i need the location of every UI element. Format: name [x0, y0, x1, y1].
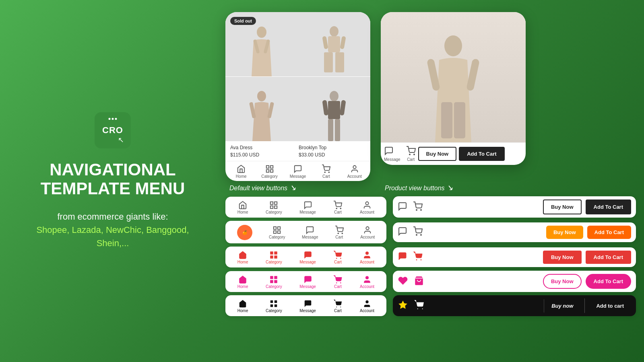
nav-category-black[interactable]: Category: [266, 299, 282, 313]
svg-point-37: [341, 208, 341, 209]
svg-point-39: [416, 210, 417, 210]
svg-point-73: [365, 300, 368, 303]
svg-point-54: [336, 258, 337, 259]
svg-rect-59: [270, 276, 273, 278]
nav-home-pink[interactable]: Home: [237, 275, 248, 289]
nav-account-black[interactable]: Account: [360, 299, 374, 313]
svg-point-63: [336, 282, 337, 283]
svg-rect-27: [466, 58, 480, 91]
svg-rect-51: [275, 252, 277, 254]
svg-point-22: [325, 172, 326, 173]
buy-now-pink[interactable]: Buy Now: [543, 274, 582, 289]
nav-logo-hara[interactable]: 🍊: [237, 225, 252, 240]
nav-row-red: Home Category Message Cart: [225, 247, 636, 267]
add-to-cart-black[interactable]: Add to cart: [589, 299, 631, 313]
action-message-default[interactable]: [398, 202, 407, 213]
buy-now-orange[interactable]: Buy Now: [546, 226, 583, 239]
right-panel: Sold out: [225, 0, 644, 362]
nav-message-orange[interactable]: Message: [302, 226, 318, 239]
nav-category-orange[interactable]: Category: [269, 226, 285, 239]
nav-home-black[interactable]: Home: [237, 299, 248, 313]
svg-point-65: [365, 276, 368, 279]
add-to-cart-default[interactable]: Add To Cart: [586, 200, 631, 214]
buy-now-button-phone[interactable]: Buy Now: [418, 147, 457, 161]
nav-cart-red[interactable]: Cart: [333, 251, 342, 264]
nav-cart-orange[interactable]: Cart: [335, 226, 344, 239]
nav-item-cart[interactable]: Cart: [316, 165, 336, 179]
add-to-cart-pink[interactable]: Add To Cart: [586, 274, 631, 289]
nav-cart-default[interactable]: Cart: [333, 201, 342, 214]
action-cart-orange[interactable]: [413, 226, 423, 238]
nav-label-message: Message: [290, 174, 306, 179]
nav-card-pink: Home Category Message Cart: [225, 271, 386, 292]
action-icons-black: [398, 300, 424, 312]
product-price-brooklyn: $33.00 USD: [299, 152, 365, 158]
nav-cart-pink[interactable]: Cart: [333, 275, 342, 289]
nav-category-pink[interactable]: Category: [266, 275, 282, 289]
svg-rect-15: [339, 100, 346, 115]
svg-point-12: [330, 91, 339, 101]
add-to-cart-red[interactable]: Add To Cart: [586, 251, 631, 264]
nav-item-account[interactable]: Account: [345, 165, 364, 179]
nav-category-default[interactable]: Category: [266, 201, 282, 214]
svg-point-75: [417, 309, 418, 309]
svg-point-36: [336, 208, 337, 209]
subtext-prefix: from ecommerce giants like:: [24, 210, 201, 223]
nav-account-default[interactable]: Account: [360, 201, 374, 214]
nav-item-category[interactable]: Category: [260, 165, 279, 179]
svg-rect-61: [270, 280, 273, 282]
products-grid: Sold out: [225, 12, 370, 142]
nav-row-default: Home Category Message Cart: [225, 196, 636, 218]
action-message-orange[interactable]: [398, 226, 407, 238]
svg-rect-26: [427, 58, 440, 91]
nav-category-red[interactable]: Category: [266, 251, 282, 264]
nav-bars-container: Home Category Message Cart: [225, 196, 636, 316]
nav-message-default[interactable]: Message: [299, 201, 316, 214]
nav-message-red[interactable]: Message: [299, 251, 316, 264]
nav-card-default: Home Category Message Cart: [225, 197, 386, 218]
product-cart-icon[interactable]: Cart: [406, 146, 416, 162]
svg-rect-68: [275, 300, 277, 303]
dress-figure: [244, 24, 280, 76]
nav-home-red[interactable]: Home: [237, 251, 248, 264]
nav-account-pink[interactable]: Account: [360, 275, 374, 289]
action-card-black: Buy now Add to cart: [393, 295, 636, 316]
phones-row: Sold out: [225, 8, 636, 181]
logo-text: CRO: [102, 125, 123, 136]
nav-cart-black[interactable]: Cart: [333, 299, 342, 313]
nav-card-red: Home Category Message Cart: [225, 247, 386, 267]
svg-rect-7: [322, 36, 328, 49]
nav-item-home[interactable]: Home: [231, 165, 251, 179]
product-message-icon[interactable]: Message: [384, 146, 400, 162]
buy-now-red[interactable]: Buy Now: [543, 251, 582, 264]
action-cart-pink-icon[interactable]: [414, 276, 424, 288]
svg-rect-28: [441, 102, 452, 138]
action-cart-red[interactable]: [413, 251, 423, 263]
action-icons-red: [398, 251, 423, 263]
buy-now-black[interactable]: Buy now: [544, 299, 580, 313]
nav-home-default[interactable]: Home: [237, 201, 248, 214]
subtext-brands: Shopee, Lazada, NewChic, Banggood, Shein…: [36, 225, 189, 248]
buy-now-default[interactable]: Buy Now: [543, 200, 582, 214]
action-cart-default[interactable]: [413, 202, 423, 213]
action-message-red[interactable]: [398, 251, 407, 263]
default-phone: Sold out: [225, 12, 370, 181]
action-heart-pink[interactable]: [398, 276, 408, 288]
nav-card-black: Home Category Message Cart: [225, 295, 386, 316]
svg-rect-69: [270, 304, 273, 307]
nav-account-orange[interactable]: Account: [360, 226, 375, 239]
product-info: Ava Dress Brooklyn Top $115.00 USD $33.0…: [225, 142, 370, 161]
nav-item-message[interactable]: Message: [288, 165, 308, 179]
nav-message-pink[interactable]: Message: [299, 275, 316, 289]
action-star-black[interactable]: [398, 300, 408, 312]
add-to-cart-button-phone[interactable]: Add To Cart: [459, 147, 504, 161]
svg-rect-8: [340, 36, 346, 49]
message-icon: [293, 165, 302, 173]
cursor-icon: ↖: [118, 136, 125, 143]
nav-account-red[interactable]: Account: [360, 251, 374, 264]
action-cart-black-icon[interactable]: [414, 300, 424, 312]
add-to-cart-orange[interactable]: Add To Cart: [587, 226, 631, 239]
svg-point-57: [416, 259, 417, 260]
nav-message-black[interactable]: Message: [299, 299, 316, 313]
svg-point-0: [257, 27, 266, 38]
